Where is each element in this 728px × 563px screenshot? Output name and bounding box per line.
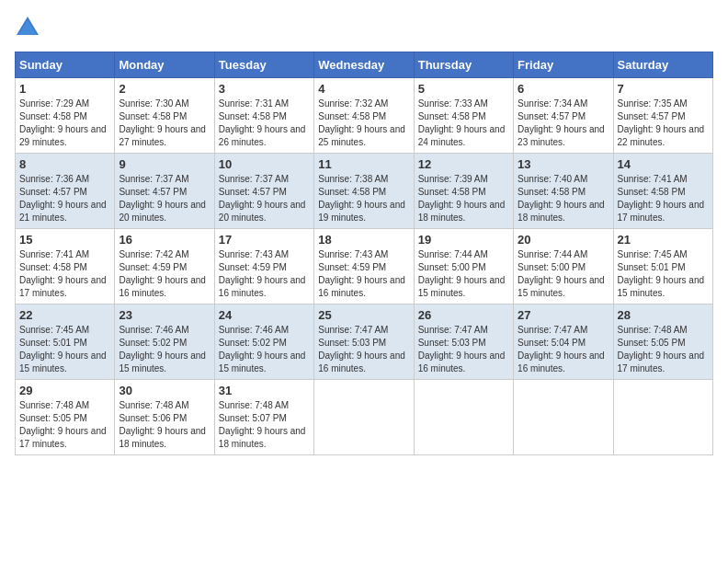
- week-row-1: 1Sunrise: 7:29 AMSunset: 4:58 PMDaylight…: [16, 78, 713, 154]
- day-info: Sunrise: 7:36 AMSunset: 4:57 PMDaylight:…: [19, 174, 107, 223]
- calendar-cell: 12Sunrise: 7:39 AMSunset: 4:58 PMDayligh…: [414, 154, 513, 229]
- calendar-cell: 4Sunrise: 7:32 AMSunset: 4:58 PMDaylight…: [314, 78, 414, 154]
- calendar-cell: 30Sunrise: 7:48 AMSunset: 5:06 PMDayligh…: [115, 380, 214, 455]
- day-info: Sunrise: 7:47 AMSunset: 5:03 PMDaylight:…: [418, 325, 506, 373]
- day-number: 11: [318, 157, 409, 171]
- day-info: Sunrise: 7:41 AMSunset: 4:58 PMDaylight:…: [19, 249, 107, 298]
- calendar-cell: 24Sunrise: 7:46 AMSunset: 5:02 PMDayligh…: [214, 304, 313, 380]
- day-info: Sunrise: 7:37 AMSunset: 4:57 PMDaylight:…: [119, 174, 206, 223]
- day-info: Sunrise: 7:35 AMSunset: 4:57 PMDaylight:…: [618, 98, 705, 147]
- day-number: 27: [518, 308, 609, 322]
- calendar-cell: 5Sunrise: 7:33 AMSunset: 4:58 PMDaylight…: [414, 78, 513, 154]
- day-info: Sunrise: 7:48 AMSunset: 5:05 PMDaylight:…: [19, 400, 107, 449]
- calendar-cell: 9Sunrise: 7:37 AMSunset: 4:57 PMDaylight…: [115, 154, 214, 229]
- day-number: 21: [618, 233, 709, 247]
- day-info: Sunrise: 7:39 AMSunset: 4:58 PMDaylight:…: [418, 174, 506, 223]
- calendar-cell: 22Sunrise: 7:45 AMSunset: 5:01 PMDayligh…: [16, 304, 115, 380]
- calendar-cell: 16Sunrise: 7:42 AMSunset: 4:59 PMDayligh…: [115, 229, 214, 304]
- day-number: 24: [219, 308, 310, 322]
- day-info: Sunrise: 7:47 AMSunset: 5:03 PMDaylight:…: [318, 325, 405, 373]
- week-row-4: 22Sunrise: 7:45 AMSunset: 5:01 PMDayligh…: [16, 304, 713, 380]
- week-row-5: 29Sunrise: 7:48 AMSunset: 5:05 PMDayligh…: [16, 380, 713, 455]
- day-number: 7: [618, 82, 709, 96]
- day-number: 10: [219, 157, 310, 171]
- day-number: 13: [518, 157, 609, 171]
- day-number: 9: [119, 157, 210, 171]
- week-row-3: 15Sunrise: 7:41 AMSunset: 4:58 PMDayligh…: [16, 229, 713, 304]
- day-number: 16: [119, 233, 210, 247]
- day-info: Sunrise: 7:40 AMSunset: 4:58 PMDaylight:…: [518, 174, 605, 223]
- calendar-cell: 23Sunrise: 7:46 AMSunset: 5:02 PMDayligh…: [115, 304, 214, 380]
- calendar-cell: 1Sunrise: 7:29 AMSunset: 4:58 PMDaylight…: [16, 78, 115, 154]
- calendar-cell: [314, 380, 414, 455]
- calendar-cell: 2Sunrise: 7:30 AMSunset: 4:58 PMDaylight…: [115, 78, 214, 154]
- day-info: Sunrise: 7:48 AMSunset: 5:07 PMDaylight:…: [219, 400, 306, 449]
- day-info: Sunrise: 7:33 AMSunset: 4:58 PMDaylight:…: [418, 98, 506, 147]
- header-day-saturday: Saturday: [613, 52, 712, 78]
- day-info: Sunrise: 7:42 AMSunset: 4:59 PMDaylight:…: [119, 249, 206, 298]
- calendar-cell: 11Sunrise: 7:38 AMSunset: 4:58 PMDayligh…: [314, 154, 414, 229]
- header-day-sunday: Sunday: [16, 52, 115, 78]
- day-number: 30: [119, 384, 210, 397]
- day-number: 8: [19, 157, 110, 171]
- day-number: 17: [219, 233, 310, 247]
- calendar-cell: 17Sunrise: 7:43 AMSunset: 4:59 PMDayligh…: [214, 229, 313, 304]
- day-info: Sunrise: 7:34 AMSunset: 4:57 PMDaylight:…: [518, 98, 605, 147]
- day-number: 12: [418, 157, 509, 171]
- day-info: Sunrise: 7:37 AMSunset: 4:57 PMDaylight:…: [219, 174, 306, 223]
- logo-icon: [15, 15, 40, 40]
- calendar-cell: 29Sunrise: 7:48 AMSunset: 5:05 PMDayligh…: [16, 380, 115, 455]
- calendar-cell: 31Sunrise: 7:48 AMSunset: 5:07 PMDayligh…: [214, 380, 313, 455]
- calendar-cell: 21Sunrise: 7:45 AMSunset: 5:01 PMDayligh…: [613, 229, 712, 304]
- day-number: 22: [19, 308, 110, 322]
- calendar-cell: 3Sunrise: 7:31 AMSunset: 4:58 PMDaylight…: [214, 78, 313, 154]
- calendar-cell: [414, 380, 513, 455]
- day-info: Sunrise: 7:43 AMSunset: 4:59 PMDaylight:…: [318, 249, 405, 298]
- day-info: Sunrise: 7:43 AMSunset: 4:59 PMDaylight:…: [219, 249, 306, 298]
- day-info: Sunrise: 7:31 AMSunset: 4:58 PMDaylight:…: [219, 98, 306, 147]
- day-number: 3: [219, 82, 310, 96]
- day-info: Sunrise: 7:48 AMSunset: 5:05 PMDaylight:…: [618, 325, 705, 373]
- day-info: Sunrise: 7:45 AMSunset: 5:01 PMDaylight:…: [618, 249, 705, 298]
- day-number: 20: [518, 233, 609, 247]
- day-number: 28: [618, 308, 709, 322]
- calendar-cell: 6Sunrise: 7:34 AMSunset: 4:57 PMDaylight…: [514, 78, 613, 154]
- day-number: 6: [518, 82, 609, 96]
- calendar-cell: 15Sunrise: 7:41 AMSunset: 4:58 PMDayligh…: [16, 229, 115, 304]
- day-info: Sunrise: 7:29 AMSunset: 4:58 PMDaylight:…: [19, 98, 107, 147]
- header-day-tuesday: Tuesday: [214, 52, 313, 78]
- calendar-cell: 8Sunrise: 7:36 AMSunset: 4:57 PMDaylight…: [16, 154, 115, 229]
- calendar-cell: 25Sunrise: 7:47 AMSunset: 5:03 PMDayligh…: [314, 304, 414, 380]
- calendar-cell: 27Sunrise: 7:47 AMSunset: 5:04 PMDayligh…: [514, 304, 613, 380]
- calendar-header-row: SundayMondayTuesdayWednesdayThursdayFrid…: [16, 52, 713, 78]
- calendar-cell: [514, 380, 613, 455]
- day-info: Sunrise: 7:38 AMSunset: 4:58 PMDaylight:…: [318, 174, 405, 223]
- day-number: 25: [318, 308, 409, 322]
- day-info: Sunrise: 7:44 AMSunset: 5:00 PMDaylight:…: [418, 249, 506, 298]
- day-number: 31: [219, 384, 310, 397]
- day-info: Sunrise: 7:44 AMSunset: 5:00 PMDaylight:…: [518, 249, 605, 298]
- day-number: 15: [19, 233, 110, 247]
- day-number: 14: [618, 157, 709, 171]
- calendar-cell: 7Sunrise: 7:35 AMSunset: 4:57 PMDaylight…: [613, 78, 712, 154]
- day-number: 4: [318, 82, 409, 96]
- calendar-cell: 10Sunrise: 7:37 AMSunset: 4:57 PMDayligh…: [214, 154, 313, 229]
- day-info: Sunrise: 7:32 AMSunset: 4:58 PMDaylight:…: [318, 98, 405, 147]
- day-info: Sunrise: 7:30 AMSunset: 4:58 PMDaylight:…: [119, 98, 206, 147]
- calendar-cell: [613, 380, 712, 455]
- day-number: 2: [119, 82, 210, 96]
- day-number: 23: [119, 308, 210, 322]
- day-info: Sunrise: 7:41 AMSunset: 4:58 PMDaylight:…: [618, 174, 705, 223]
- calendar-cell: 14Sunrise: 7:41 AMSunset: 4:58 PMDayligh…: [613, 154, 712, 229]
- day-info: Sunrise: 7:48 AMSunset: 5:06 PMDaylight:…: [119, 400, 206, 449]
- calendar-cell: 19Sunrise: 7:44 AMSunset: 5:00 PMDayligh…: [414, 229, 513, 304]
- header: [15, 15, 713, 40]
- day-number: 1: [19, 82, 110, 96]
- day-number: 29: [19, 384, 110, 397]
- logo: [15, 15, 44, 40]
- day-number: 18: [318, 233, 409, 247]
- week-row-2: 8Sunrise: 7:36 AMSunset: 4:57 PMDaylight…: [16, 154, 713, 229]
- day-info: Sunrise: 7:46 AMSunset: 5:02 PMDaylight:…: [219, 325, 306, 373]
- header-day-friday: Friday: [514, 52, 613, 78]
- day-info: Sunrise: 7:46 AMSunset: 5:02 PMDaylight:…: [119, 325, 206, 373]
